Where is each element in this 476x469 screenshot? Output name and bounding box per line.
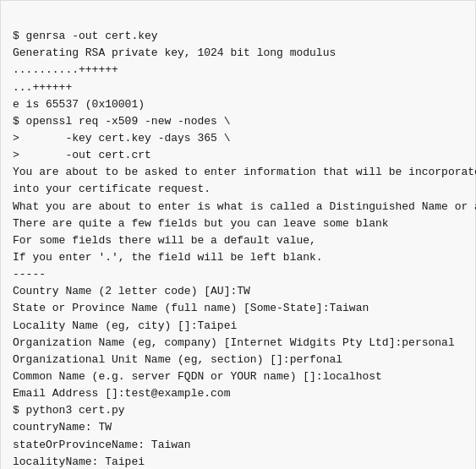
terminal-line: Locality Name (eg, city) []:Taipei [13, 318, 463, 335]
terminal-line: Country Name (2 letter code) [AU]:TW [13, 283, 463, 300]
terminal-line: For some fields there will be a default … [13, 232, 463, 249]
terminal-line: What you are about to enter is what is c… [13, 199, 463, 215]
terminal-line: $ python3 cert.py [13, 402, 463, 419]
terminal-line: Organizational Unit Name (eg, section) [… [13, 352, 463, 368]
terminal-window: $ genrsa -out cert.keyGenerating RSA pri… [0, 0, 476, 469]
terminal-line: > -out cert.crt [13, 147, 463, 164]
terminal-line: If you enter '.', the field will be left… [13, 249, 463, 266]
terminal-line: Email Address []:test@example.com [13, 385, 463, 402]
terminal-line: There are quite a few fields but you can… [13, 215, 463, 232]
terminal-line: $ openssl req -x509 -new -nodes \ [13, 113, 463, 130]
terminal-line: stateOrProvinceName: Taiwan [13, 437, 463, 454]
terminal-line: Common Name (e.g. server FQDN or YOUR na… [13, 368, 463, 385]
terminal-line: $ genrsa -out cert.key [13, 28, 463, 45]
terminal-line: ...++++++ [13, 79, 463, 96]
terminal-line: Generating RSA private key, 1024 bit lon… [13, 45, 463, 62]
terminal-line: State or Province Name (full name) [Some… [13, 300, 463, 317]
terminal-line: You are about to be asked to enter infor… [13, 164, 463, 181]
terminal-line: localityName: Taipei [13, 454, 463, 469]
terminal-line: Organization Name (eg, company) [Interne… [13, 335, 463, 352]
terminal-line: countryName: TW [13, 419, 463, 436]
terminal-line: > -key cert.key -days 365 \ [13, 130, 463, 147]
terminal-line: e is 65537 (0x10001) [13, 96, 463, 113]
terminal-line: into your certificate request. [13, 181, 463, 198]
terminal-line: ----- [13, 266, 463, 283]
terminal-line: ..........++++++ [13, 62, 463, 79]
